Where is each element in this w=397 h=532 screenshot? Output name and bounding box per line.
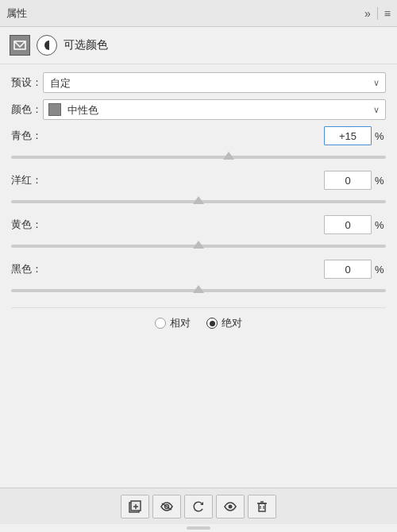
radio-absolute-circle <box>206 318 218 329</box>
delete-button[interactable] <box>248 495 276 519</box>
expand-icon[interactable]: » <box>364 7 371 20</box>
yellow-track-wrap[interactable] <box>11 237 386 255</box>
eye-solid-icon <box>223 499 237 514</box>
radio-relative-label: 相对 <box>170 316 191 330</box>
header-actions: » ≡ <box>364 7 391 20</box>
svg-point-6 <box>229 504 233 508</box>
adjustment-icon-circle <box>37 35 57 56</box>
main-panel: 属性 » ≡ 可选颜色 预设： 自定 默认 <box>0 0 397 532</box>
radio-relative-circle <box>155 318 166 329</box>
black-track-wrap[interactable] <box>11 282 386 299</box>
cyan-slider-section: 青色： % <box>11 126 386 166</box>
color-select-wrapper: 中性色 红色 黄色 绿色 青色 蓝色 洋红 白色 黑色 ∨ <box>43 99 386 120</box>
black-label-row: 黑色： % <box>11 260 386 279</box>
add-adjustment-button[interactable] <box>121 495 149 519</box>
header-title: 属性 <box>6 6 27 21</box>
magenta-track-wrap[interactable] <box>11 193 386 210</box>
trash-icon <box>255 499 269 514</box>
radio-absolute-label: 绝对 <box>222 316 242 330</box>
radio-absolute[interactable]: 绝对 <box>206 316 242 330</box>
reset-icon <box>191 499 206 514</box>
preset-label: 预设： <box>11 75 43 90</box>
adjustment-icon-box <box>10 35 30 56</box>
black-thumb <box>193 285 204 293</box>
black-track <box>11 289 386 292</box>
yellow-label-row: 黄色： % <box>11 215 386 234</box>
yellow-slider-section: 黄色： % <box>11 215 386 255</box>
black-label: 黑色： <box>11 262 43 276</box>
yellow-value-input[interactable] <box>324 215 372 234</box>
cyan-label: 青色： <box>11 129 43 143</box>
radio-relative[interactable]: 相对 <box>155 316 191 330</box>
yellow-input-wrap: % <box>324 215 386 234</box>
header-bar: 属性 » ≡ <box>0 0 397 27</box>
black-input-wrap: % <box>324 260 386 279</box>
reset-button[interactable] <box>184 495 213 519</box>
eye-solid-button[interactable] <box>216 495 245 519</box>
preset-select-wrapper: 自定 默认 ∨ <box>43 72 386 93</box>
cyan-value-input[interactable] <box>324 126 372 145</box>
content-area: 预设： 自定 默认 ∨ 颜色： 中性色 红色 黄色 绿色 青色 蓝 <box>0 64 397 488</box>
black-value-input[interactable] <box>324 260 372 279</box>
yellow-thumb <box>193 241 204 249</box>
magenta-input-wrap: % <box>324 171 386 190</box>
adjustment-title: 可选颜色 <box>64 38 108 52</box>
adjustment-title-row: 可选颜色 <box>0 27 397 64</box>
color-row: 颜色： 中性色 红色 黄色 绿色 青色 蓝色 洋红 白色 黑色 ∨ <box>11 99 386 120</box>
magenta-track <box>11 200 386 203</box>
menu-icon[interactable]: ≡ <box>384 7 391 20</box>
cyan-thumb <box>223 152 234 160</box>
preset-row: 预设： 自定 默认 ∨ <box>11 72 386 93</box>
magenta-thumb <box>193 196 204 204</box>
header-divider <box>377 7 378 20</box>
yellow-label: 黄色： <box>11 218 43 232</box>
color-select[interactable]: 中性色 红色 黄色 绿色 青色 蓝色 洋红 白色 黑色 <box>43 99 386 120</box>
black-pct: % <box>375 264 386 276</box>
yellow-pct: % <box>375 219 386 231</box>
envelope-icon <box>13 40 26 51</box>
cyan-pct: % <box>375 130 386 142</box>
magenta-label-row: 洋红： % <box>11 171 386 190</box>
add-layer-icon <box>128 499 142 514</box>
magenta-label: 洋红： <box>11 173 43 187</box>
black-slider-section: 黑色： % <box>11 260 386 299</box>
radio-row: 相对 绝对 <box>11 307 386 338</box>
toolbar <box>0 488 397 524</box>
cyan-track <box>11 156 386 159</box>
cyan-track-wrap[interactable] <box>11 148 386 166</box>
magenta-value-input[interactable] <box>324 171 372 190</box>
magenta-pct: % <box>375 175 386 187</box>
eye-icon <box>160 499 174 514</box>
scroll-indicator <box>0 524 397 532</box>
preset-select[interactable]: 自定 默认 <box>43 72 386 93</box>
magenta-slider-section: 洋红： % <box>11 171 386 210</box>
svg-rect-7 <box>259 503 265 511</box>
yellow-track <box>11 245 386 248</box>
color-label: 颜色： <box>11 102 43 117</box>
cyan-input-wrap: % <box>324 126 386 145</box>
eye-button[interactable] <box>152 495 181 519</box>
scroll-dots <box>187 526 210 530</box>
cyan-label-row: 青色： % <box>11 126 386 145</box>
